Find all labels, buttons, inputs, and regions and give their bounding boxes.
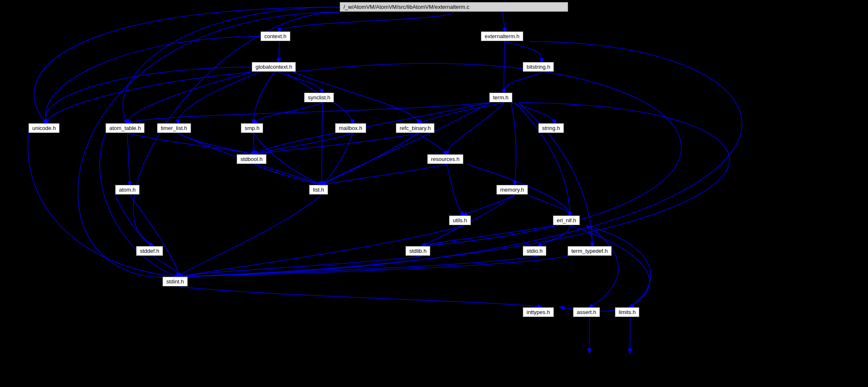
stdbool-h-node: stdbool.h <box>237 154 266 164</box>
synclist-h-node: synclist.h <box>304 93 334 102</box>
refc-binary-h-node: refc_binary.h <box>396 123 434 133</box>
context-h-node: context.h <box>261 31 290 41</box>
stdlib-h-node: stdlib.h <box>406 246 430 256</box>
bitstring-h-node: bitstring.h <box>523 62 554 72</box>
memory-h-node: memory.h <box>496 185 528 195</box>
stdio-h-node: stdio.h <box>523 246 546 256</box>
resources-h-node: resources.h <box>427 154 463 164</box>
stdint-h-node: stdint.h <box>163 277 188 286</box>
timer-list-h-node: timer_list.h <box>157 123 191 133</box>
globalcontext-h-node: globalcontext.h <box>252 62 296 72</box>
atom-h-node: atom.h <box>115 185 140 195</box>
smp-h-node: smp.h <box>241 123 263 133</box>
mailbox-h-node: mailbox.h <box>335 123 366 133</box>
inttypes-h-node: inttypes.h <box>523 307 554 317</box>
list-h-node: list.h <box>309 185 328 195</box>
root-node: /_w/AtomVM/AtomVM/src/libAtomVM/external… <box>340 2 568 12</box>
unicode-h-node: unicode.h <box>28 123 59 133</box>
externalterm-h-node: externalterm.h <box>481 31 523 41</box>
string-h-node: string.h <box>538 123 564 133</box>
term-h-node: term.h <box>489 93 512 102</box>
stddef-h-node: stddef.h <box>136 246 163 256</box>
erl-nif-h-node: erl_nif.h <box>553 216 580 225</box>
utils-h-node: utils.h <box>449 216 471 225</box>
assert-h-node: assert.h <box>573 307 600 317</box>
term-typedef-h-node: term_typedef.h <box>568 246 612 256</box>
limits-h-node: limits.h <box>615 307 639 317</box>
atom-table-h-node: atom_table.h <box>106 123 145 133</box>
